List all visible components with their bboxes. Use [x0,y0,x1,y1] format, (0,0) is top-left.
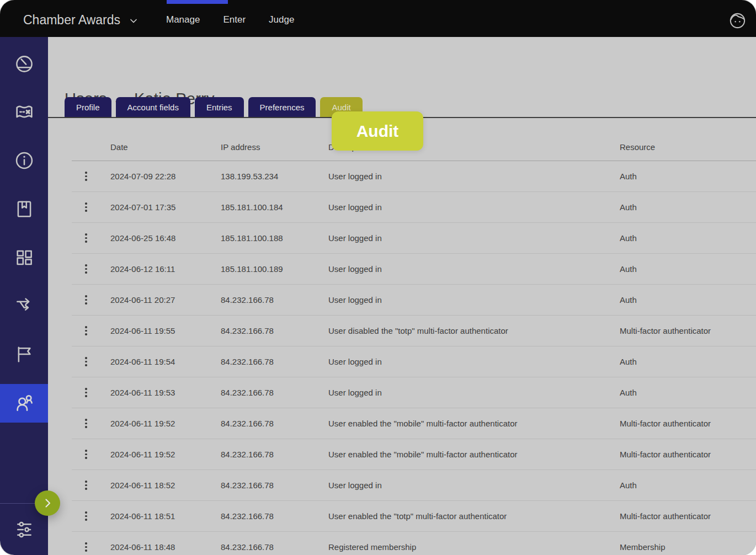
clock-dial-icon [14,54,35,74]
cell-date: 2024-06-11 19:52 [110,419,221,428]
sidebar-item-settings[interactable] [0,510,48,549]
cell-date: 2024-07-09 22:28 [110,172,221,181]
flag-icon [14,344,35,365]
nav-item-enter[interactable]: Enter [223,14,246,25]
cell-resource: Auth [620,172,756,181]
sidebar-item-info[interactable] [0,141,48,180]
cell-ip: 84.232.166.78 [221,388,328,397]
cell-description: User disabled the "totp" multi-factor au… [328,326,620,335]
cell-ip: 185.181.100.189 [221,264,328,274]
cell-resource: Auth [620,295,756,305]
table-row: 2024-06-25 16:48 185.181.100.188 User lo… [72,223,756,254]
cell-date: 2024-06-11 19:55 [110,326,221,335]
cell-description: User enabled the "totp" multi-factor aut… [328,511,620,521]
sidebar-item-map[interactable] [0,93,48,132]
row-menu-button[interactable] [78,229,94,248]
sidebar-item-dashboard[interactable] [0,238,48,277]
cell-resource: Auth [620,357,756,366]
row-menu-button[interactable] [78,414,94,433]
table-row: 2024-06-12 16:11 185.181.100.189 User lo… [72,254,756,285]
column-header-ip: IP address [221,142,328,152]
app-window: Chamber Awards Manage Enter Judge [0,0,756,555]
cell-resource: Auth [620,481,756,490]
row-menu-button[interactable] [78,198,94,217]
row-menu-button[interactable] [78,476,94,495]
table-row: 2024-06-11 18:48 84.232.166.78 Registere… [72,532,756,555]
cell-description: User logged in [328,357,620,366]
bookmark-icon [14,199,35,220]
tab-entries[interactable]: Entries [195,97,244,117]
table-row: 2024-06-11 19:52 84.232.166.78 User enab… [72,439,756,470]
table-row: 2024-06-11 19:55 84.232.166.78 User disa… [72,316,756,346]
cell-resource: Multi-factor authenticator [620,511,756,521]
cell-date: 2024-07-01 17:35 [110,202,221,212]
cell-description: User logged in [328,172,620,181]
tab-preferences[interactable]: Preferences [248,97,316,117]
top-navigation: Manage Enter Judge [166,14,294,25]
sidebar-item-workflow[interactable] [0,286,48,325]
row-menu-button[interactable] [78,322,94,340]
sidebar-item-flags[interactable] [0,335,48,373]
cell-ip: 185.181.100.188 [221,233,328,243]
users-icon [13,392,35,414]
nav-item-manage[interactable]: Manage [166,14,200,25]
table-row: 2024-06-11 18:51 84.232.166.78 User enab… [72,501,756,532]
tab-profile[interactable]: Profile [65,97,111,117]
row-menu-button[interactable] [78,507,94,526]
sidebar-item-bookmarks[interactable] [0,190,48,228]
cell-ip: 84.232.166.78 [221,450,328,459]
sidebar-item-activity[interactable] [0,45,48,83]
workspace-switcher[interactable]: Chamber Awards [23,13,139,28]
cell-ip: 84.232.166.78 [221,295,328,305]
cell-resource: Multi-factor authenticator [620,419,756,428]
row-menu-button[interactable] [78,353,94,371]
cell-resource: Multi-factor authenticator [620,326,756,335]
cell-ip: 84.232.166.78 [221,542,328,552]
cell-resource: Auth [620,233,756,243]
cell-resource: Auth [620,202,756,212]
cell-date: 2024-06-11 18:48 [110,542,221,552]
sliders-icon [14,519,35,540]
table-row: 2024-07-09 22:28 138.199.53.234 User log… [72,161,756,192]
cell-description: User logged in [328,233,620,243]
table-row: 2024-06-11 19:52 84.232.166.78 User enab… [72,408,756,439]
dashboard-blocks-icon [14,247,35,268]
cell-description: User logged in [328,295,620,305]
column-header-resource: Resource [620,142,756,152]
cell-date: 2024-06-11 20:27 [110,295,221,305]
table-row: 2024-06-11 20:27 84.232.166.78 User logg… [72,285,756,316]
audit-table: Date IP address Description Resource 202… [72,118,756,555]
row-menu-button[interactable] [78,260,94,279]
table-row: 2024-07-01 17:35 185.181.100.184 User lo… [72,192,756,223]
face-icon [728,12,747,30]
sidebar-expand-button[interactable] [35,490,60,516]
column-header-date: Date [110,142,221,152]
cell-date: 2024-06-11 18:51 [110,511,221,521]
cell-description: User enabled the "mobile" multi-factor a… [328,419,620,428]
row-menu-button[interactable] [78,167,94,186]
info-icon [14,150,35,171]
row-menu-button[interactable] [78,291,94,309]
chevron-down-icon [128,15,139,26]
cell-date: 2024-06-12 16:11 [110,264,221,274]
workspace-name: Chamber Awards [23,13,120,28]
topbar: Chamber Awards Manage Enter Judge [0,0,756,37]
click-annotation-tooltip: Audit [332,111,423,151]
row-menu-button[interactable] [78,445,94,464]
row-menu-button[interactable] [78,538,94,555]
row-menu-button[interactable] [78,383,94,402]
account-menu-button[interactable] [728,12,747,30]
cell-resource: Multi-factor authenticator [620,450,756,459]
flow-arrows-icon [14,295,35,316]
cell-resource: Auth [620,388,756,397]
cell-date: 2024-06-11 19:53 [110,388,221,397]
cell-ip: 84.232.166.78 [221,357,328,366]
cell-ip: 84.232.166.78 [221,419,328,428]
cell-date: 2024-06-11 19:54 [110,357,221,366]
cell-resource: Membership [620,542,756,552]
sidebar [0,37,48,555]
nav-item-judge[interactable]: Judge [269,14,294,25]
sidebar-item-users[interactable] [0,384,48,423]
cell-description: User logged in [328,264,620,274]
tab-account-fields[interactable]: Account fields [116,97,190,117]
